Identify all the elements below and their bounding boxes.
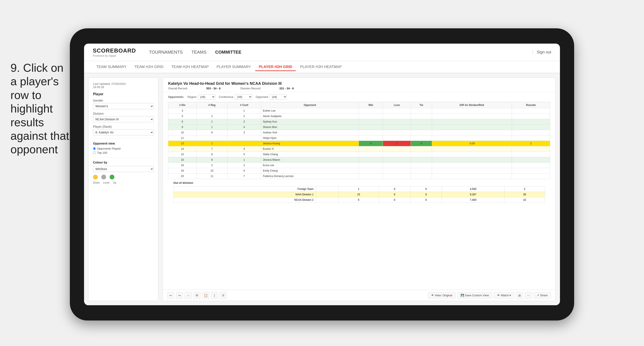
toolbar: ↩ ↪ → ⧉ 📋 | ↺ 👁 View: Original 💾 Save Cu…	[163, 290, 555, 301]
nav-right: | Sign out	[532, 50, 551, 54]
col-div: # Div	[168, 102, 197, 108]
table-row[interactable]: 914Sharon Mun	[168, 125, 550, 130]
tab-team-summary[interactable]: TEAM SUMMARY	[93, 63, 130, 71]
sidebar-timestamp: Last Updated: 27/03/2024 16:55:28	[93, 82, 154, 89]
watch-button[interactable]: 👁 Watch ▾	[494, 292, 514, 299]
opponent-view-title: Opponent view	[93, 142, 154, 145]
out-of-division-title: Out of division	[173, 181, 545, 184]
nav-teams[interactable]: TEAMS	[192, 49, 206, 56]
table-row[interactable]: 1585Stella Chang	[168, 152, 550, 157]
ood-row[interactable]: NAIA Division 115009,26730	[174, 192, 545, 197]
col-win: Win	[359, 102, 383, 108]
main-content: Last Updated: 27/03/2024 16:55:28 Player…	[84, 73, 560, 305]
col-loss: Loss	[383, 102, 411, 108]
table-header-row: # Div # Reg # Conf Opponent Win Loss Tie…	[168, 102, 550, 108]
region-filter: Region (All)	[188, 94, 215, 100]
colour-legends: Down Level Up	[93, 181, 154, 184]
nav-tournaments[interactable]: TOURNAMENTS	[149, 49, 183, 56]
tab-player-h2h-grid[interactable]: PLAYER H2H GRID	[255, 63, 296, 71]
division-select[interactable]: NCAA Division III	[93, 116, 154, 122]
h2h-table: # Div # Reg # Conf Opponent Win Loss Tie…	[168, 102, 550, 179]
tab-team-h2h-heatmap[interactable]: TEAM H2H HEATMAP	[168, 63, 212, 71]
copy-button[interactable]: ⧉	[194, 292, 200, 299]
radio-top-100[interactable]: Top 100	[93, 151, 154, 154]
dot-up	[110, 175, 114, 179]
main-panel: Katelyn Vo Head-to-Head Grid for Women's…	[163, 78, 556, 301]
ood-row[interactable]: NCAA Division 25007,40010	[174, 197, 545, 203]
opponent-select[interactable]: (All)	[270, 94, 287, 100]
undo-button[interactable]: ↩	[167, 292, 174, 299]
division-record-label: Division Record:	[240, 87, 261, 90]
overall-record-label: Overall Record:	[168, 87, 188, 90]
player-rank-select[interactable]: 8. Katelyn Vo	[93, 129, 154, 135]
save-icon: 💾	[460, 294, 464, 297]
opponent-filter: Opponent (All)	[256, 94, 287, 100]
dots-button[interactable]: ⋯	[525, 292, 532, 299]
ood-row[interactable]: Foreign Team1004,5002	[174, 186, 545, 192]
refresh-button[interactable]: ↺	[220, 292, 226, 299]
table-row[interactable]: 131Jessica Huang010-3.002	[168, 141, 550, 146]
share-button[interactable]: ↗ Share	[534, 292, 551, 299]
sidebar-player-section: Player	[93, 92, 154, 96]
division-label: Division	[93, 112, 154, 115]
table-row[interactable]: 1822Euna Lee	[168, 163, 550, 168]
logo-text: SCOREBOARD	[93, 47, 136, 54]
nav-links: TOURNAMENTS TEAMS COMMITTEE	[149, 49, 532, 56]
logo-area: SCOREBOARD Powered by clippd	[93, 47, 136, 57]
gender-select[interactable]: Women's	[93, 103, 154, 109]
radio-opponents-played[interactable]: Opponents Played	[93, 147, 154, 150]
sub-nav: TEAM SUMMARY TEAM H2H GRID TEAM H2H HEAT…	[84, 61, 560, 73]
separator-btn[interactable]: |	[211, 292, 218, 299]
grid-button[interactable]: ⊞	[516, 292, 523, 299]
table-row[interactable]: 31Esther Lee	[168, 108, 550, 114]
table-row[interactable]: 1474Eunice Yi	[168, 146, 550, 152]
tab-team-h2h-grid[interactable]: TEAM H2H GRID	[131, 63, 167, 71]
nav-bar: SCOREBOARD Powered by clippd TOURNAMENTS…	[84, 44, 560, 61]
out-of-division: Out of division Foreign Team1004,5002NAI…	[168, 179, 550, 206]
sign-out-link[interactable]: Sign out	[537, 50, 551, 54]
table-row[interactable]: 613Sydney Kuo	[168, 119, 550, 125]
region-select[interactable]: (All)	[198, 94, 215, 100]
nav-committee[interactable]: COMMITTEE	[215, 49, 242, 56]
table-row[interactable]: 11Heejo Hyun	[168, 135, 550, 141]
sidebar: Last Updated: 27/03/2024 16:55:28 Player…	[88, 78, 158, 301]
player-rank-label: Player (Rank)	[93, 125, 154, 128]
tablet-shell: SCOREBOARD Powered by clippd TOURNAMENTS…	[70, 28, 574, 321]
conference-select[interactable]: (All)	[235, 94, 252, 100]
filters-row: Opponents: Region (All) Conference (All)	[163, 92, 555, 102]
table-row[interactable]: 19106Emily Chang	[168, 168, 550, 173]
col-reg: # Reg	[196, 102, 227, 108]
forward-button[interactable]: →	[185, 292, 192, 299]
table-row[interactable]: 1691Jessica Mason	[168, 157, 550, 163]
table-row[interactable]: 20117Federica Domecq Lacroze	[168, 173, 550, 179]
table-row[interactable]: 522Alexis Sudijanto	[168, 114, 550, 119]
data-table-container: # Div # Reg # Conf Opponent Win Loss Tie…	[163, 102, 555, 290]
view-original-button[interactable]: 👁 View: Original	[428, 292, 456, 299]
panel-header: Katelyn Vo Head-to-Head Grid for Women's…	[163, 78, 555, 92]
colour-section: Colour by Win/loss Down Level Up	[93, 161, 154, 184]
save-custom-button[interactable]: 💾 Save Custom View	[457, 292, 492, 299]
annotation-text: 9. Click on a player's row to highlight …	[10, 61, 72, 156]
col-opponent: Opponent	[261, 102, 359, 108]
ood-table: Foreign Team1004,5002NAIA Division 11500…	[173, 186, 545, 203]
step-number: 9.	[10, 61, 20, 74]
colour-by-label: Colour by	[93, 161, 154, 164]
view-icon: 👁	[431, 294, 434, 297]
tab-player-summary[interactable]: PLAYER SUMMARY	[213, 63, 254, 71]
watch-icon: 👁	[497, 294, 500, 297]
colour-by-select[interactable]: Win/loss	[93, 166, 154, 172]
tab-player-h2h-heatmap[interactable]: PLAYER H2H HEATMAP	[297, 63, 345, 71]
division-record-value: 331 - 34 - 6	[280, 87, 294, 90]
colour-dots	[93, 175, 154, 179]
table-row[interactable]: 1063Andrea York	[168, 130, 550, 135]
redo-button[interactable]: ↪	[176, 292, 183, 299]
panel-title: Katelyn Vo Head-to-Head Grid for Women's…	[168, 81, 550, 86]
conference-filter: Conference (All)	[219, 94, 252, 100]
paste-button[interactable]: 📋	[202, 292, 209, 299]
dot-down	[93, 175, 98, 179]
step-text: Click on a player's row to highlight res…	[10, 61, 69, 156]
col-rounds: Rounds	[512, 102, 550, 108]
overall-record-value: 353 - 34 - 6	[206, 87, 221, 90]
col-tie: Tie	[411, 102, 432, 108]
dot-level	[101, 175, 106, 179]
